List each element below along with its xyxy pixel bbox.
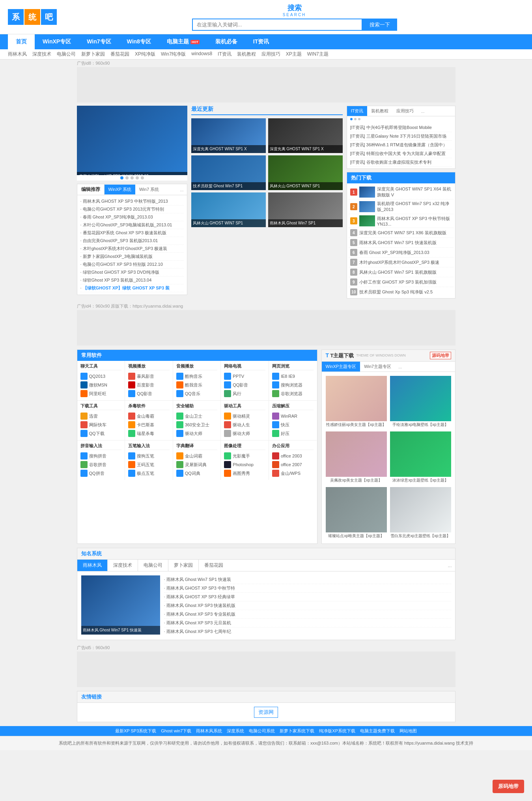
- sw-qqtv[interactable]: QQ影音: [224, 381, 265, 389]
- sw-thunder[interactable]: 迅雷: [80, 412, 122, 420]
- sw-qqpinyin[interactable]: QQ拼音: [80, 469, 122, 478]
- famous-item-5[interactable]: · 雨林木风 Ghost XP SP3 专业装机版: [164, 610, 451, 619]
- famous-item-7[interactable]: · 雨林木风 Ghost XP SP3 七周年纪: [164, 627, 451, 636]
- sw-qqmusic[interactable]: QQ音乐: [176, 389, 218, 398]
- theme-item-5[interactable]: 璀璨站点xp唯美主题【xp主题】: [326, 487, 387, 540]
- subnav-zjjc[interactable]: 装机教程: [237, 51, 256, 58]
- edit-item-7[interactable]: · 木叶ghostXP系统木叶GhostXP_SP3 极速装: [80, 245, 184, 253]
- subnav-win7cj[interactable]: Win7纯净版: [161, 51, 186, 58]
- sw-jinshan-ci[interactable]: 金山词霸: [176, 452, 218, 460]
- nav-it[interactable]: IT资讯: [245, 34, 277, 49]
- sw-lightmagic[interactable]: 光影魔手: [224, 452, 265, 460]
- edit-item-8[interactable]: · 新萝卜家园GhostXP_3电脑城装机版: [80, 253, 184, 261]
- famous-item-2[interactable]: · 雨林木风 GHOST XP SP3 中秋节特: [164, 584, 451, 593]
- nav-theme[interactable]: 电脑主题 HOT: [159, 34, 207, 49]
- subnav-win8[interactable]: windows8: [191, 51, 212, 58]
- news-item-4[interactable]: [IT资讯] 特斯拉收中国大奖 专为大陆富人豪华配置: [350, 149, 452, 158]
- edit-more[interactable]: ...: [177, 185, 187, 194]
- sw-kugou[interactable]: 酷狗音乐: [176, 372, 218, 381]
- subnav-fqhy[interactable]: 番茄花园: [110, 51, 129, 58]
- sw-wind[interactable]: 风行: [224, 389, 265, 398]
- bottom-link-3[interactable]: 雨林木风系统: [196, 728, 222, 734]
- subnav-xlbj[interactable]: 新萝卜家园: [81, 51, 105, 58]
- sw-ruijing[interactable]: 瑞星杀毒: [128, 429, 170, 438]
- news-item-3[interactable]: [IT资讯] 36种Win8.1 RTM道包镜像泄露（含国中）: [350, 141, 452, 149]
- subnav-win7zt[interactable]: WIN7主题: [307, 51, 329, 58]
- resource-link[interactable]: 资源网: [254, 707, 278, 718]
- famous-item-4[interactable]: · 雨林木风 Ghost XP SP3 快速装机版: [164, 601, 451, 610]
- nav-install[interactable]: 装机必备: [207, 34, 245, 49]
- bottom-link-6[interactable]: 新萝卜家系统下载: [280, 728, 314, 734]
- logo[interactable]: 系 统 吧: [8, 9, 57, 25]
- sw-jinshan-av[interactable]: 金山毒霸: [128, 412, 170, 420]
- nav-win8[interactable]: Win8专区: [119, 34, 159, 49]
- sw-lingxi[interactable]: 灵犀新词典: [176, 460, 218, 469]
- slide-dot-4[interactable]: [136, 176, 139, 179]
- sw-aliww[interactable]: 阿里旺旺: [80, 389, 122, 398]
- sw-ie[interactable]: IE8 IE9: [272, 372, 314, 381]
- news-tab-more[interactable]: ...: [418, 107, 427, 116]
- sw-qqdownload[interactable]: QQ下载: [80, 429, 122, 438]
- theme-item-6[interactable]: 雪白东北虎xp主题壁纸【xp主题】: [390, 487, 451, 540]
- sw-jinshan-guard[interactable]: 金山卫士: [176, 412, 218, 420]
- theme-item-1[interactable]: 性感娇佳丽xp美女主题【xp主题】: [326, 376, 387, 428]
- slide-dot-3[interactable]: [131, 176, 134, 179]
- hot-item-4[interactable]: 4 深度完美 GHOST WIN7 SP1 X86 装机旗舰版: [349, 228, 454, 238]
- edit-item-11[interactable]: · 绿软Ghost XP SP3 装机版_2013.04: [80, 276, 184, 284]
- edit-item-6[interactable]: · 自由完美GhostXP_SP3 装机版2013.01: [80, 237, 184, 245]
- famous-tab-fqhy[interactable]: 番茄花园: [199, 560, 229, 571]
- famous-tab-lbj[interactable]: 萝卜家园: [168, 560, 199, 571]
- sw-storm[interactable]: 暴风影音: [128, 372, 170, 381]
- edit-item-9[interactable]: · 电脑公司GHOST XP SP3 特别版 2012.10: [80, 261, 184, 269]
- slide-dot-1[interactable]: [120, 176, 123, 179]
- hot-item-9[interactable]: 9 小虾工作室 GHOST XP SP3 装机加强版: [349, 277, 454, 287]
- subnav-xpcj[interactable]: XP纯净版: [135, 51, 155, 58]
- thumb-3[interactable]: 技术员联盟 Ghost Win7 SP1: [191, 155, 266, 190]
- sw-haozip[interactable]: 好压: [272, 429, 314, 438]
- news-tab-install[interactable]: 装机教程: [367, 106, 392, 116]
- subnav-it[interactable]: IT资讯: [218, 51, 231, 58]
- bottom-link-2[interactable]: Ghost win7下载: [161, 728, 191, 734]
- sw-winrar[interactable]: WinRAR: [272, 412, 314, 420]
- sw-photoshop[interactable]: Photoshop: [224, 460, 265, 469]
- slide-dot-5[interactable]: [141, 176, 144, 179]
- edit-tab-xp[interactable]: WinXP 系统: [105, 185, 135, 194]
- sw-kuaiya[interactable]: 快压: [272, 420, 314, 429]
- sw-baidu5[interactable]: 搜狗五笔: [128, 452, 170, 460]
- famous-tab-ylmf[interactable]: 雨林木风: [77, 560, 108, 571]
- edit-tab-win7[interactable]: Win7 系统: [135, 185, 163, 194]
- sw-pptv[interactable]: PPTV: [224, 372, 265, 381]
- sw-jidian5[interactable]: 极点五笔: [128, 469, 170, 478]
- hot-item-1[interactable]: 1 深度完美 GHOST WIN7 SP1 X64 装机旗舰版 V: [349, 185, 454, 200]
- thumb-2[interactable]: 深度先离 GHOST WIN7 SP1 X: [268, 118, 343, 153]
- theme-tab-xp[interactable]: WinXP主题专区: [322, 362, 360, 372]
- sw-chrome[interactable]: 谷歌浏览器: [272, 389, 314, 398]
- hot-item-8[interactable]: 8 风林火山 GHOST Win7 SP1 装机旗舰版: [349, 267, 454, 277]
- edit-item-2[interactable]: · 电脑公司GHOST XP SP3 2013元宵节特别: [80, 205, 184, 213]
- search-input[interactable]: [192, 19, 362, 31]
- news-item-5[interactable]: [IT资讯] 谷歌收购富士康虚拟现实技术专利: [350, 158, 452, 167]
- sw-office2003[interactable]: office 2003: [272, 452, 314, 460]
- sw-wps[interactable]: 金山/WPS: [272, 469, 314, 478]
- theme-tab-more[interactable]: ...: [395, 362, 405, 371]
- sw-msn[interactable]: 微软MSN: [80, 381, 122, 389]
- news-tab-app[interactable]: 应用技巧: [392, 106, 418, 116]
- sw-qq[interactable]: QQ2013: [80, 372, 122, 381]
- sw-duba[interactable]: 驱动大师: [176, 429, 218, 438]
- sw-kuwo[interactable]: 酷我音乐: [176, 381, 218, 389]
- thumb-5[interactable]: 风林火山 GHOST WIN7 SP1: [191, 192, 266, 227]
- hot-item-3[interactable]: 3 雨林木风 GHOST XP SP3 中秋节特版 YN13...: [349, 214, 454, 228]
- thumb-1[interactable]: 深度先离 GHOST WIN7 SP1 X: [191, 118, 266, 153]
- edit-item-1[interactable]: · 雨林木风 GHOST XP SP3 中秋节特版_2013: [80, 198, 184, 205]
- search-button[interactable]: 搜索一下: [362, 19, 397, 31]
- subnav-ylmf[interactable]: 雨林木风: [8, 51, 27, 58]
- hot-item-6[interactable]: 6 春雨 Ghost XP_SP3纯净版_2013.03: [349, 248, 454, 258]
- sw-driver-genius[interactable]: 驱动精灵: [224, 412, 265, 420]
- nav-win7[interactable]: Win7专区: [79, 34, 119, 49]
- famous-tab-more[interactable]: ...: [444, 560, 455, 571]
- thumb-4[interactable]: 风林火山 GHOST WIN7 SP1: [268, 155, 343, 190]
- famous-item-1[interactable]: · 雨林木风 Ghost Win7 SP1 快速装: [164, 575, 451, 584]
- nav-winxp[interactable]: WinXP专区: [35, 34, 79, 49]
- bottom-link-8[interactable]: 电脑主题免费下载: [360, 728, 395, 734]
- sw-baidu-video[interactable]: 百度影音: [128, 381, 170, 389]
